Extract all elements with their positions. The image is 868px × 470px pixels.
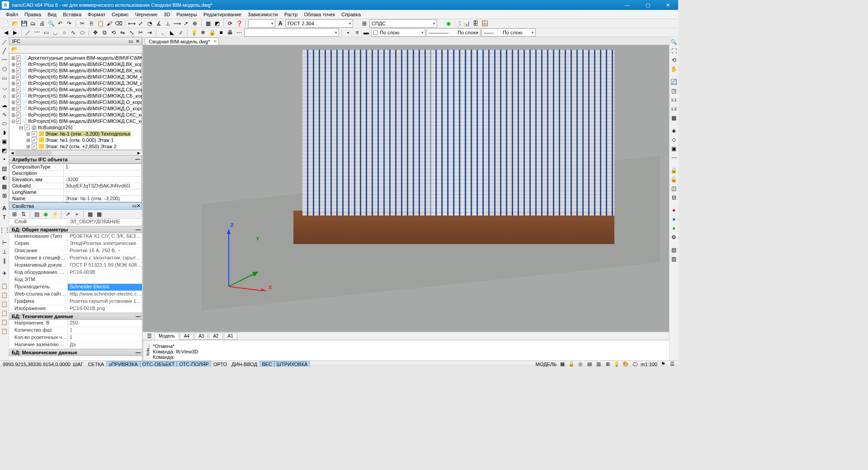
close-tab-icon[interactable]: ✕ — [213, 39, 217, 44]
view-iso3-icon[interactable]: ▣ — [670, 145, 678, 153]
move-icon[interactable]: ✥ — [91, 28, 99, 37]
checkbox[interactable]: ✓ — [16, 112, 21, 118]
tree-row[interactable]: ⊞✓📄IfcProject(#6) BIM-модель\BIM\IFC\МЮЖ… — [10, 112, 141, 118]
prop-filter-icon[interactable]: ◉ — [42, 210, 50, 218]
tree-row[interactable]: ⊞✓📄IfcProject(#5) BIM-модель\BIM\IFC\МЮЖ… — [10, 67, 141, 74]
regen-icon[interactable]: ⟳ — [226, 19, 234, 28]
tool-spline-icon[interactable]: ∿ — [0, 110, 9, 118]
ifc-tree[interactable]: ⊞✓📄Архитектурные решения BIM-модель\BIM\… — [9, 53, 142, 150]
tool-table-icon[interactable]: ⊞ — [0, 192, 9, 200]
checkbox[interactable]: ✓ — [16, 55, 21, 61]
status-toggle[interactable]: ВЕС — [259, 361, 274, 367]
prop-value[interactable]: РОЗЕТКА Х1 С/У, С З/К, БЕЗ Ш... — [68, 233, 142, 240]
tree-scrollbar[interactable]: ◀ ▶ — [9, 150, 142, 155]
expander-icon[interactable]: ⊞ — [11, 112, 15, 118]
nav-fwd-icon[interactable]: ▶ — [11, 28, 19, 37]
expander-icon[interactable]: ⊞ — [11, 106, 15, 112]
prop-az-icon[interactable]: ⇅ — [19, 210, 28, 218]
status-toggle[interactable]: ОТС-ОБЪЕКТ — [140, 361, 177, 367]
pan-icon[interactable]: ✋ — [670, 65, 678, 73]
checkbox[interactable]: ✓ — [16, 80, 21, 86]
tool-point-icon[interactable]: • — [0, 155, 9, 164]
tool-ellipsearc-icon[interactable]: ◗ — [0, 128, 9, 136]
prop-value[interactable]: ГОСТ Р 51322.1-99 (МЭК 60884... — [68, 262, 142, 269]
expander-icon[interactable]: ⊞ — [11, 74, 15, 80]
status-misc2-icon[interactable]: ▥ — [595, 361, 602, 367]
view-more-icon[interactable]: ⋯ — [670, 154, 678, 162]
layer-plot-icon[interactable]: 🖶 — [226, 28, 234, 37]
tool-pline-icon[interactable]: 〰 — [0, 56, 9, 64]
ellipse-icon[interactable]: ⬭ — [78, 28, 86, 37]
tool-region-icon[interactable]: ▦ — [0, 183, 9, 191]
render-red-icon[interactable]: ● — [670, 206, 678, 214]
menu-справка[interactable]: Справка — [338, 10, 364, 19]
lineweight-combo[interactable]: ——По слою — [481, 28, 536, 37]
tree-row[interactable]: ⊞✓🟨Этаж: №1 (отм. 0.000) Этаж 1 — [10, 137, 141, 143]
close-icon[interactable]: ✕ — [137, 203, 141, 209]
dim-angular-icon[interactable]: ∡ — [155, 19, 163, 28]
text-single-icon[interactable]: T — [0, 213, 9, 221]
tool-rect-icon[interactable]: ▭ — [0, 74, 9, 82]
ifc-tool2-icon[interactable]: 📑 — [453, 19, 462, 28]
menu-облака точек[interactable]: Облака точек — [301, 10, 338, 19]
grip-icon[interactable]: ⋮⋮ — [0, 226, 9, 234]
layer-freeze-icon[interactable]: ❄ — [199, 28, 207, 37]
menu-редактирование[interactable]: Редактирование — [200, 10, 245, 19]
zoom-window-icon[interactable]: 🔍 — [670, 38, 678, 46]
status-color-icon[interactable]: 🎨 — [623, 361, 629, 367]
scroll-thumb[interactable] — [15, 150, 52, 155]
prop-value[interactable]: Розетки 16 А, 250 В, ~ — [68, 248, 142, 254]
tool-arc-icon[interactable]: ◡ — [0, 83, 9, 91]
checkbox[interactable]: ✓ — [16, 87, 21, 92]
prop-value[interactable]: PC16-001B.png — [68, 306, 142, 312]
ifc-tool3-icon[interactable]: 📊 — [462, 19, 471, 28]
clip6-icon[interactable]: 📋 — [0, 327, 9, 335]
menu-зависимости[interactable]: Зависимости — [245, 10, 281, 19]
clip5-icon[interactable]: 📋 — [0, 318, 9, 326]
prop-group-header[interactable]: БД: Общие параметры— — [9, 226, 142, 233]
text-style-combo[interactable]: ГОСТ 2.304 — [285, 19, 353, 28]
document-tab[interactable]: Сводная BIM-модель.dwg* ✕ — [145, 38, 219, 45]
menu-файл[interactable]: Файл — [3, 10, 21, 19]
menu-3d[interactable]: 3D — [160, 10, 173, 19]
fillet-icon[interactable]: ◟ — [159, 28, 167, 37]
prop-value[interactable]: 250 — [68, 320, 142, 327]
ifc-tool4-icon[interactable]: 🗄 — [472, 19, 480, 28]
scroll-left-icon[interactable]: ◀ — [9, 150, 15, 155]
spds-combo[interactable]: СПДС — [369, 19, 437, 28]
checkbox[interactable]: ✓ — [16, 93, 21, 99]
tree-row[interactable]: ⊞✓📄IfcProject(#5) BIM-модель\BIM\IFC\МЮЖ… — [10, 86, 141, 93]
expander-icon[interactable]: ⊟ — [11, 118, 15, 124]
menu-сервис[interactable]: Сервис — [108, 10, 132, 19]
render-blue-icon[interactable]: ● — [670, 215, 678, 223]
clip2-icon[interactable]: 📋 — [0, 291, 9, 299]
render-opt-icon[interactable]: ⚙ — [670, 233, 678, 241]
chamfer-icon[interactable]: ◣ — [168, 28, 176, 37]
status-grid-icon[interactable]: ▦ — [559, 361, 566, 367]
prop-value[interactable]: http://www.schneider-electric.co... — [68, 291, 142, 298]
dim-aligned-icon[interactable]: ⤢ — [137, 19, 145, 28]
menu-растр[interactable]: Растр — [281, 10, 301, 19]
unlock-icon[interactable]: 🔓 — [670, 175, 678, 183]
attr-value[interactable] — [64, 170, 142, 176]
status-toggle[interactable]: ШТРИХОВКА — [274, 361, 310, 367]
tree-row[interactable]: ⊞✓📄IfcProject(#5) BIM-модель\BIM\IFC\МЮЖ… — [10, 105, 141, 112]
linetype-icon[interactable]: ≡ — [353, 28, 361, 37]
attr-value[interactable]: 3duyEFJqT3ZhBAKJhRvd6G — [64, 183, 142, 189]
view-tab[interactable]: А1 — [224, 333, 237, 340]
view-tab[interactable]: Модель — [155, 333, 179, 340]
mirror-icon[interactable]: ⇋ — [118, 28, 127, 37]
dim-continue-icon[interactable]: ⟶ — [173, 19, 181, 28]
leader-icon[interactable]: ↗ — [182, 19, 190, 28]
prop-group-header[interactable]: БД: Механические данные— — [9, 349, 142, 356]
view-tab[interactable]: А3 — [194, 333, 208, 340]
status-bulb-icon[interactable]: 💡 — [613, 361, 620, 367]
status-flag-icon[interactable]: ⚑ — [660, 361, 666, 367]
tree-row[interactable]: ⊞✓📄IfcProject(#5) BIM-модель\BIM\IFC\МЮЖ… — [10, 61, 141, 67]
prop-value[interactable]: Да — [68, 342, 142, 348]
prop-sel-icon[interactable]: ▤ — [33, 210, 41, 218]
space-mode[interactable]: МОДЕЛЬ — [536, 362, 557, 367]
prop-value[interactable] — [68, 277, 142, 283]
maximize-button[interactable]: ▢ — [637, 0, 658, 10]
rect-icon[interactable]: ▭ — [42, 28, 50, 37]
